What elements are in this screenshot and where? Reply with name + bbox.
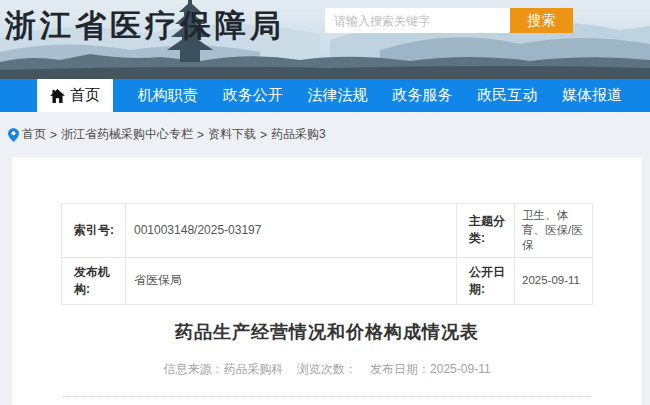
info-source: 信息来源：药品采购科: [163, 362, 283, 376]
breadcrumb-procurement-center[interactable]: 浙江省药械采购中心专栏: [61, 126, 193, 143]
breadcrumb-separator: >: [197, 128, 204, 142]
table-row: 索引号: 001003148/2025-03197 主题分类: 卫生、体育、医保…: [62, 204, 593, 258]
search-input[interactable]: [325, 8, 510, 33]
tab-laws[interactable]: 法律法规: [307, 79, 367, 112]
table-row: 发布机构: 省医保局 公开日期: 2025-09-11: [62, 257, 593, 304]
issuing-agency-label: 发布机构:: [62, 257, 126, 304]
home-icon: [50, 89, 65, 103]
main-nav: 首页 机构职责 政务公开 法律法规 政务服务 政民互动 媒体报道: [0, 79, 650, 112]
site-banner: 浙江省医疗保障局 搜索: [0, 0, 650, 79]
publish-date-label: 公开日期:: [457, 257, 515, 304]
breadcrumb-current-page: 药品采购3: [271, 126, 326, 143]
breadcrumb: 首页 > 浙江省药械采购中心专栏 > 资料下载 > 药品采购3: [0, 112, 650, 157]
breadcrumb-separator: >: [260, 128, 267, 142]
tab-gov-disclosure[interactable]: 政务公开: [223, 79, 283, 112]
tab-home[interactable]: 首页: [37, 79, 113, 112]
breadcrumb-separator: >: [50, 128, 57, 142]
tab-gov-services[interactable]: 政务服务: [392, 79, 452, 112]
topic-category-value: 卫生、体育、医保/医保: [515, 204, 593, 258]
issuing-agency-value: 省医保局: [126, 257, 457, 304]
dotted-divider: [63, 396, 592, 397]
content-card: 索引号: 001003148/2025-03197 主题分类: 卫生、体育、医保…: [12, 157, 642, 405]
topic-category-label: 主题分类:: [457, 204, 515, 258]
publish-date-value: 2025-09-11: [515, 257, 593, 304]
article-meta: 信息来源：药品采购科 浏览次数： 发布日期：2025-09-11: [12, 361, 642, 378]
view-count: 浏览次数：: [297, 362, 357, 376]
breadcrumb-home[interactable]: 首页: [22, 126, 46, 143]
page-title: 药品生产经营情况和价格构成情况表: [12, 320, 642, 344]
location-pin-icon: [8, 128, 19, 142]
tab-public-interaction[interactable]: 政民互动: [477, 79, 537, 112]
tab-media-reports[interactable]: 媒体报道: [562, 79, 622, 112]
document-info-table: 索引号: 001003148/2025-03197 主题分类: 卫生、体育、医保…: [61, 203, 593, 305]
search-box: 搜索: [325, 8, 573, 33]
tab-org-duties[interactable]: 机构职责: [138, 79, 198, 112]
breadcrumb-downloads[interactable]: 资料下载: [208, 126, 256, 143]
site-title: 浙江省医疗保障局: [5, 5, 285, 47]
search-button[interactable]: 搜索: [510, 8, 573, 33]
index-number-label: 索引号:: [62, 204, 126, 258]
index-number-value: 001003148/2025-03197: [126, 204, 457, 258]
nav-item-label: 首页: [70, 86, 100, 105]
release-date: 发布日期：2025-09-11: [370, 362, 491, 376]
